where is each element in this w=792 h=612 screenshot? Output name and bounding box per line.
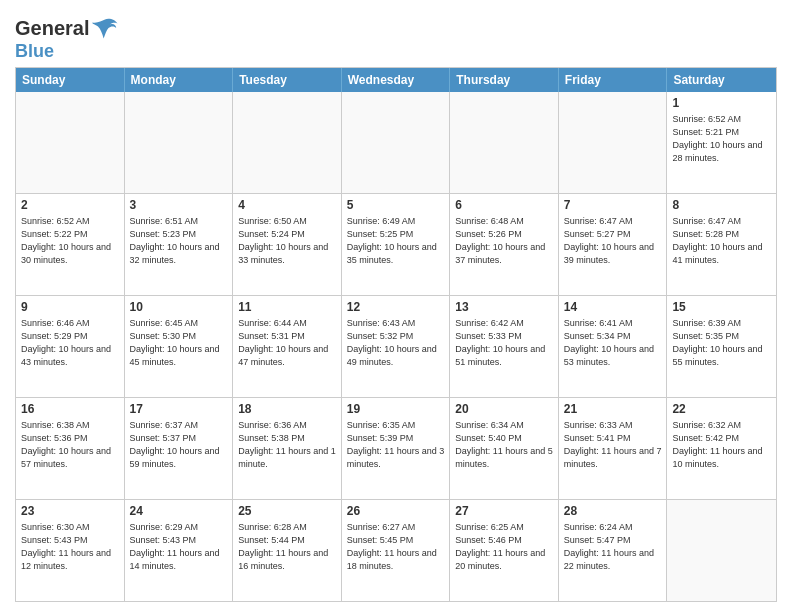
day-cell-empty-0-0: [16, 92, 125, 193]
day-cell-17: 17Sunrise: 6:37 AM Sunset: 5:37 PM Dayli…: [125, 398, 234, 499]
calendar-row-2: 9Sunrise: 6:46 AM Sunset: 5:29 PM Daylig…: [16, 295, 776, 397]
day-info: Sunrise: 6:52 AM Sunset: 5:22 PM Dayligh…: [21, 216, 111, 264]
day-cell-empty-0-4: [450, 92, 559, 193]
day-number: 7: [564, 197, 662, 213]
day-info: Sunrise: 6:43 AM Sunset: 5:32 PM Dayligh…: [347, 318, 437, 366]
day-cell-empty-0-1: [125, 92, 234, 193]
day-info: Sunrise: 6:44 AM Sunset: 5:31 PM Dayligh…: [238, 318, 328, 366]
day-cell-28: 28Sunrise: 6:24 AM Sunset: 5:47 PM Dayli…: [559, 500, 668, 601]
day-number: 6: [455, 197, 553, 213]
day-number: 24: [130, 503, 228, 519]
day-number: 9: [21, 299, 119, 315]
calendar-row-3: 16Sunrise: 6:38 AM Sunset: 5:36 PM Dayli…: [16, 397, 776, 499]
day-number: 21: [564, 401, 662, 417]
day-number: 18: [238, 401, 336, 417]
day-number: 27: [455, 503, 553, 519]
day-cell-4: 4Sunrise: 6:50 AM Sunset: 5:24 PM Daylig…: [233, 194, 342, 295]
day-cell-13: 13Sunrise: 6:42 AM Sunset: 5:33 PM Dayli…: [450, 296, 559, 397]
day-number: 8: [672, 197, 771, 213]
day-cell-19: 19Sunrise: 6:35 AM Sunset: 5:39 PM Dayli…: [342, 398, 451, 499]
day-info: Sunrise: 6:48 AM Sunset: 5:26 PM Dayligh…: [455, 216, 545, 264]
weekday-header-thursday: Thursday: [450, 68, 559, 92]
day-cell-22: 22Sunrise: 6:32 AM Sunset: 5:42 PM Dayli…: [667, 398, 776, 499]
weekday-header-friday: Friday: [559, 68, 668, 92]
calendar-row-1: 2Sunrise: 6:52 AM Sunset: 5:22 PM Daylig…: [16, 193, 776, 295]
day-cell-18: 18Sunrise: 6:36 AM Sunset: 5:38 PM Dayli…: [233, 398, 342, 499]
day-cell-20: 20Sunrise: 6:34 AM Sunset: 5:40 PM Dayli…: [450, 398, 559, 499]
logo-bird-icon: [91, 14, 119, 42]
day-cell-27: 27Sunrise: 6:25 AM Sunset: 5:46 PM Dayli…: [450, 500, 559, 601]
day-number: 26: [347, 503, 445, 519]
day-cell-12: 12Sunrise: 6:43 AM Sunset: 5:32 PM Dayli…: [342, 296, 451, 397]
weekday-header-monday: Monday: [125, 68, 234, 92]
day-cell-11: 11Sunrise: 6:44 AM Sunset: 5:31 PM Dayli…: [233, 296, 342, 397]
day-info: Sunrise: 6:50 AM Sunset: 5:24 PM Dayligh…: [238, 216, 328, 264]
day-cell-empty-0-3: [342, 92, 451, 193]
weekday-header-wednesday: Wednesday: [342, 68, 451, 92]
day-cell-empty-0-5: [559, 92, 668, 193]
day-number: 2: [21, 197, 119, 213]
day-info: Sunrise: 6:24 AM Sunset: 5:47 PM Dayligh…: [564, 522, 654, 570]
day-number: 17: [130, 401, 228, 417]
day-cell-empty-0-2: [233, 92, 342, 193]
calendar: SundayMondayTuesdayWednesdayThursdayFrid…: [15, 67, 777, 602]
day-cell-empty-4-6: [667, 500, 776, 601]
day-cell-3: 3Sunrise: 6:51 AM Sunset: 5:23 PM Daylig…: [125, 194, 234, 295]
day-number: 22: [672, 401, 771, 417]
day-number: 10: [130, 299, 228, 315]
calendar-header: SundayMondayTuesdayWednesdayThursdayFrid…: [16, 68, 776, 92]
day-cell-16: 16Sunrise: 6:38 AM Sunset: 5:36 PM Dayli…: [16, 398, 125, 499]
day-number: 15: [672, 299, 771, 315]
day-info: Sunrise: 6:35 AM Sunset: 5:39 PM Dayligh…: [347, 420, 445, 468]
logo: General Blue: [15, 14, 119, 61]
day-number: 25: [238, 503, 336, 519]
day-info: Sunrise: 6:34 AM Sunset: 5:40 PM Dayligh…: [455, 420, 553, 468]
day-number: 5: [347, 197, 445, 213]
day-cell-25: 25Sunrise: 6:28 AM Sunset: 5:44 PM Dayli…: [233, 500, 342, 601]
weekday-header-sunday: Sunday: [16, 68, 125, 92]
page: General Blue SundayMondayTuesdayWednesda…: [0, 0, 792, 612]
day-number: 1: [672, 95, 771, 111]
day-info: Sunrise: 6:30 AM Sunset: 5:43 PM Dayligh…: [21, 522, 111, 570]
weekday-header-saturday: Saturday: [667, 68, 776, 92]
day-number: 20: [455, 401, 553, 417]
day-info: Sunrise: 6:27 AM Sunset: 5:45 PM Dayligh…: [347, 522, 437, 570]
day-cell-2: 2Sunrise: 6:52 AM Sunset: 5:22 PM Daylig…: [16, 194, 125, 295]
day-info: Sunrise: 6:42 AM Sunset: 5:33 PM Dayligh…: [455, 318, 545, 366]
day-number: 11: [238, 299, 336, 315]
day-info: Sunrise: 6:52 AM Sunset: 5:21 PM Dayligh…: [672, 114, 762, 162]
weekday-header-tuesday: Tuesday: [233, 68, 342, 92]
day-number: 23: [21, 503, 119, 519]
day-info: Sunrise: 6:37 AM Sunset: 5:37 PM Dayligh…: [130, 420, 220, 468]
day-info: Sunrise: 6:28 AM Sunset: 5:44 PM Dayligh…: [238, 522, 328, 570]
day-number: 16: [21, 401, 119, 417]
logo-general: General: [15, 18, 89, 38]
day-info: Sunrise: 6:39 AM Sunset: 5:35 PM Dayligh…: [672, 318, 762, 366]
day-info: Sunrise: 6:47 AM Sunset: 5:27 PM Dayligh…: [564, 216, 654, 264]
day-number: 13: [455, 299, 553, 315]
header: General Blue: [15, 10, 777, 61]
day-cell-7: 7Sunrise: 6:47 AM Sunset: 5:27 PM Daylig…: [559, 194, 668, 295]
calendar-row-4: 23Sunrise: 6:30 AM Sunset: 5:43 PM Dayli…: [16, 499, 776, 601]
calendar-row-0: 1Sunrise: 6:52 AM Sunset: 5:21 PM Daylig…: [16, 92, 776, 193]
day-info: Sunrise: 6:38 AM Sunset: 5:36 PM Dayligh…: [21, 420, 111, 468]
day-number: 3: [130, 197, 228, 213]
day-info: Sunrise: 6:33 AM Sunset: 5:41 PM Dayligh…: [564, 420, 662, 468]
day-cell-23: 23Sunrise: 6:30 AM Sunset: 5:43 PM Dayli…: [16, 500, 125, 601]
day-info: Sunrise: 6:49 AM Sunset: 5:25 PM Dayligh…: [347, 216, 437, 264]
day-number: 28: [564, 503, 662, 519]
day-cell-21: 21Sunrise: 6:33 AM Sunset: 5:41 PM Dayli…: [559, 398, 668, 499]
day-cell-26: 26Sunrise: 6:27 AM Sunset: 5:45 PM Dayli…: [342, 500, 451, 601]
day-info: Sunrise: 6:41 AM Sunset: 5:34 PM Dayligh…: [564, 318, 654, 366]
day-cell-15: 15Sunrise: 6:39 AM Sunset: 5:35 PM Dayli…: [667, 296, 776, 397]
day-cell-1: 1Sunrise: 6:52 AM Sunset: 5:21 PM Daylig…: [667, 92, 776, 193]
day-number: 4: [238, 197, 336, 213]
day-number: 14: [564, 299, 662, 315]
day-cell-24: 24Sunrise: 6:29 AM Sunset: 5:43 PM Dayli…: [125, 500, 234, 601]
day-cell-6: 6Sunrise: 6:48 AM Sunset: 5:26 PM Daylig…: [450, 194, 559, 295]
day-info: Sunrise: 6:32 AM Sunset: 5:42 PM Dayligh…: [672, 420, 762, 468]
logo-blue: Blue: [15, 41, 54, 61]
calendar-body: 1Sunrise: 6:52 AM Sunset: 5:21 PM Daylig…: [16, 92, 776, 601]
day-cell-5: 5Sunrise: 6:49 AM Sunset: 5:25 PM Daylig…: [342, 194, 451, 295]
day-info: Sunrise: 6:46 AM Sunset: 5:29 PM Dayligh…: [21, 318, 111, 366]
